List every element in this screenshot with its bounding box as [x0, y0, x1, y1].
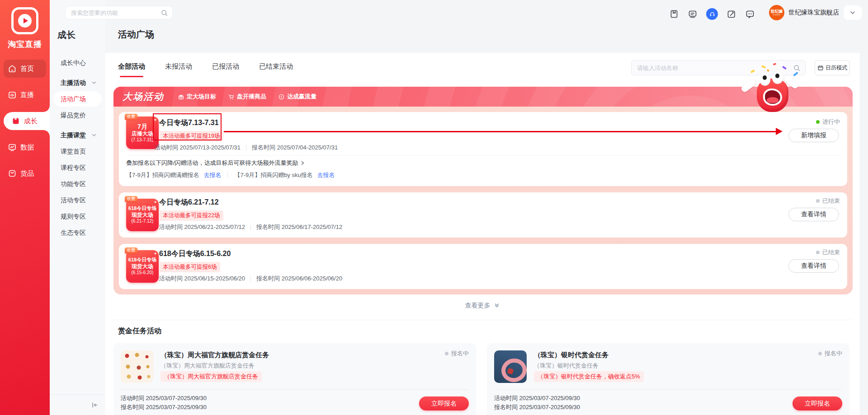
- status-badge: 报名中: [818, 350, 842, 358]
- new-report-button[interactable]: 新增填报: [788, 129, 839, 142]
- sidebar-group-anchor-activities[interactable]: 主播活动: [53, 75, 102, 90]
- sidebar-item-hot-bidding[interactable]: 爆品竞价: [53, 107, 102, 123]
- double-chevron-down-icon: [494, 302, 500, 308]
- annotation-arrow: [224, 131, 776, 132]
- status-badge: 报名中: [445, 350, 469, 358]
- tab-all-activities[interactable]: 全部活动: [118, 62, 145, 77]
- message-icon[interactable]: [745, 9, 755, 19]
- status-badge: 已结束: [816, 197, 840, 205]
- activity-time: 活动时间 2025/06/21-2025/07/12: [159, 223, 245, 231]
- secondary-nav-title: 成长: [57, 29, 75, 41]
- annotation-box: [153, 113, 222, 140]
- badge-line: 618今日专场: [128, 205, 156, 212]
- search-icon[interactable]: [160, 9, 168, 17]
- go-signup-link[interactable]: 去报名: [203, 172, 221, 178]
- quota-badge: 本活动最多可提报22场: [159, 210, 223, 221]
- secondary-sidebar: 成长 成长中心 主播活动 活动广场 爆品竞价 主播课堂 课堂首页 课程专区 功能…: [50, 0, 105, 415]
- signup-now-button[interactable]: 立即报名: [793, 396, 842, 410]
- status-label: 已结束: [822, 248, 840, 256]
- banner-title: 大场活动: [123, 90, 164, 103]
- sidebar-item-goods[interactable]: 货品: [0, 164, 50, 182]
- search-icon[interactable]: [793, 64, 801, 72]
- banner-step-win-traffic[interactable]: 达成赢流量: [278, 93, 316, 101]
- activity-time: 活动时间 2025/07/13-2025/07/31: [155, 144, 241, 152]
- global-search-input[interactable]: [71, 6, 157, 19]
- collapse-sidebar-icon[interactable]: [90, 401, 99, 410]
- sidebar-item-activity-zone[interactable]: 活动专区: [53, 192, 102, 208]
- tab-not-enrolled[interactable]: 未报活动: [165, 62, 192, 77]
- divider: [250, 224, 251, 230]
- status-dot: [816, 120, 820, 124]
- view-details-button[interactable]: 查看详情: [788, 208, 839, 221]
- sparkle-icon: ✦: [154, 200, 157, 205]
- tab-enrolled[interactable]: 已报活动: [212, 62, 239, 77]
- store-avatar: 世纪缘 SJQNG: [769, 5, 784, 20]
- nav-label: 规则专区: [61, 213, 86, 220]
- sidebar-item-classroom-home[interactable]: 课堂首页: [53, 144, 102, 159]
- sidebar-item-label: 直播: [20, 91, 34, 99]
- orders-icon[interactable]: [688, 9, 698, 19]
- activity-title: 今日专场6.21-7.12: [159, 198, 219, 207]
- nav-label: 活动专区: [61, 196, 86, 204]
- activity-card-july: 收费 ✦ 7月 店播大场 (7.13-7.31) 今日专场7.13-7.31 本…: [119, 112, 847, 186]
- calendar-mode-button[interactable]: 日历模式: [815, 60, 850, 75]
- fee-tag: 收费: [125, 196, 137, 202]
- nav-label: 爆品竞价: [61, 112, 86, 119]
- sidebar-item-live[interactable]: 直播: [0, 86, 50, 104]
- status-label: 已结束: [822, 197, 840, 205]
- activity-times: 活动时间 2025/06/15-2025/06/20 报名时间 2025/06/…: [159, 275, 342, 283]
- sidebar-item-home[interactable]: 首页: [4, 60, 46, 78]
- tab-ended[interactable]: 已结束活动: [259, 62, 293, 77]
- signup-time: 报名时间 2025/03/07-2025/09/30: [121, 403, 207, 411]
- sparkle-icon: ✦: [154, 251, 157, 257]
- avatar-text: 世纪缘: [771, 9, 783, 14]
- banner-step-stock-goods[interactable]: 盘开播商品: [228, 93, 266, 101]
- status-dot: [445, 352, 448, 355]
- goods-icon: [8, 169, 17, 178]
- section-divider: [113, 320, 852, 320]
- activity-card-615: 收费 ✦ 618今日专场 现货大场 (6.15-6.20) 618今日专场6.1…: [119, 244, 847, 289]
- sidebar-item-ecosystem-zone[interactable]: 生态专区: [53, 225, 102, 240]
- account-menu[interactable]: 世纪缘 SJQNG 世纪缘珠宝旗舰店: [769, 5, 839, 20]
- divider: [246, 145, 246, 151]
- sidebar-item-activity-square[interactable]: 活动广场: [53, 91, 102, 107]
- sidebar-footer: [50, 394, 105, 415]
- play-circle-icon: [278, 93, 285, 100]
- banner-step-label: 定大场目标: [187, 93, 216, 101]
- view-more-button[interactable]: 查看更多: [105, 302, 860, 310]
- gift-icon: [178, 93, 184, 100]
- stack-signup-note[interactable]: 叠加报名以下闪降/闪赠活动，达成目标后可获得大场额外流量奖励: [126, 159, 305, 167]
- customer-service-button[interactable]: [706, 8, 718, 20]
- banner-step-set-goal[interactable]: 定大场目标: [178, 93, 216, 101]
- go-signup-link[interactable]: 去报名: [317, 172, 335, 178]
- sidebar-item-rules-zone[interactable]: 规则专区: [53, 209, 102, 224]
- sidebar-item-data[interactable]: 数据: [0, 138, 50, 156]
- sidebar-item-growth[interactable]: 成长: [4, 112, 50, 130]
- sidebar-item-label: 数据: [20, 143, 34, 152]
- big-event-banner: 大场活动 定大场目标 盘开播商品 达成赢流量: [113, 87, 853, 107]
- edit-icon[interactable]: [726, 9, 736, 19]
- badge-line: 店播大场: [132, 131, 153, 137]
- divider: [126, 155, 840, 156]
- activity-time: 活动时间 2025/06/15-2025/06/20: [159, 275, 245, 283]
- calendar-mode-label: 日历模式: [826, 64, 847, 72]
- avatar-subtext: SJQNG: [773, 14, 780, 16]
- sidebar-item-label: 成长: [24, 117, 38, 126]
- view-details-button[interactable]: 查看详情: [788, 259, 839, 273]
- status-dot: [816, 251, 820, 254]
- signup-now-button[interactable]: 立即报名: [419, 396, 469, 410]
- sidebar-item-growth-center[interactable]: 成长中心: [53, 55, 102, 70]
- logo-play-icon: [18, 14, 32, 28]
- nav-label: 成长中心: [61, 59, 86, 66]
- sidebar-item-label: 货品: [20, 169, 34, 178]
- bounty-title: （珠宝）周大福官方旗舰店赏金任务: [160, 351, 269, 359]
- journal-icon[interactable]: [669, 9, 679, 19]
- activity-search-input[interactable]: [637, 61, 786, 75]
- sidebar-item-feature-zone[interactable]: 功能专区: [53, 176, 102, 191]
- activity-times: 活动时间 2025/06/21-2025/07/12 报名时间 2025/06/…: [159, 223, 342, 231]
- sidebar-group-anchor-classroom[interactable]: 主播课堂: [53, 127, 102, 143]
- topbar-collapse-button[interactable]: [844, 5, 862, 20]
- sidebar-item-course-zone[interactable]: 课程专区: [53, 160, 102, 175]
- chevron-down-icon: [91, 132, 97, 138]
- badge-line: 7月: [137, 123, 147, 131]
